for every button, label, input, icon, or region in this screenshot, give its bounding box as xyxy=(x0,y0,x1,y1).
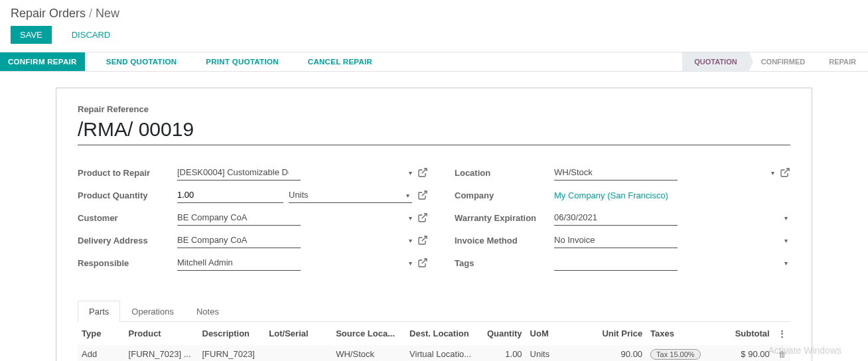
ref-label: Repair Reference xyxy=(78,104,790,114)
col-description[interactable]: Description xyxy=(198,322,265,345)
cell-taxes: Tax 15.00% xyxy=(646,345,713,361)
button-bar: CONFIRM REPAIR SEND QUOTATION PRINT QUOT… xyxy=(0,52,868,72)
cell-product: [FURN_7023] ... xyxy=(125,345,198,361)
svg-line-2 xyxy=(422,214,427,218)
svg-line-4 xyxy=(422,259,427,263)
svg-line-5 xyxy=(784,169,789,173)
cell-subtotal: $ 90.00 xyxy=(713,345,774,361)
cell-source: WH/Stock xyxy=(332,345,405,361)
form-sheet: Repair Reference Product to Repair Produ… xyxy=(56,88,812,361)
cell-lot xyxy=(265,345,332,361)
col-options-icon[interactable]: ⋮ xyxy=(774,322,790,345)
send-quotation-button[interactable]: SEND QUOTATION xyxy=(98,52,185,71)
external-link-icon[interactable] xyxy=(417,190,428,200)
tab-operations[interactable]: Operations xyxy=(120,301,185,322)
svg-line-0 xyxy=(422,169,427,173)
svg-line-3 xyxy=(422,236,427,241)
col-lot[interactable]: Lot/Serial xyxy=(265,322,332,345)
product-uom-input[interactable] xyxy=(289,187,412,203)
svg-line-1 xyxy=(422,191,427,196)
cancel-repair-button[interactable]: CANCEL REPAIR xyxy=(300,52,380,71)
label-tags: Tags xyxy=(455,258,554,268)
discard-button[interactable]: DISCARD xyxy=(62,26,120,44)
confirm-repair-button[interactable]: CONFIRM REPAIR xyxy=(0,52,85,71)
tab-notes[interactable]: Notes xyxy=(185,301,230,322)
col-taxes[interactable]: Taxes xyxy=(646,322,713,345)
external-link-icon[interactable] xyxy=(780,167,790,178)
label-customer: Customer xyxy=(78,213,177,223)
status-quotation[interactable]: QUOTATION xyxy=(682,52,749,71)
cell-uom: Units xyxy=(526,345,587,361)
breadcrumb-current: New xyxy=(96,7,119,20)
cell-type: Add xyxy=(78,345,125,361)
product-quantity-input[interactable] xyxy=(177,187,283,203)
cell-unit-price: 90.00 xyxy=(586,345,646,361)
print-quotation-button[interactable]: PRINT QUOTATION xyxy=(198,52,286,71)
status-repair[interactable]: REPAIR xyxy=(817,52,868,71)
label-location: Location xyxy=(455,168,554,178)
table-row[interactable]: Add [FURN_7023] ... [FURN_7023] Wood Pan… xyxy=(78,345,790,361)
tab-parts[interactable]: Parts xyxy=(78,301,120,322)
warranty-expiration-input[interactable] xyxy=(554,210,678,226)
delivery-address-input[interactable] xyxy=(177,232,301,248)
tabs: Parts Operations Notes xyxy=(78,301,790,322)
external-link-icon[interactable] xyxy=(417,235,428,246)
col-unit-price[interactable]: Unit Price xyxy=(586,322,646,345)
label-product: Product to Repair xyxy=(78,168,177,178)
cell-quantity: 1.00 xyxy=(479,345,526,361)
col-uom[interactable]: UoM xyxy=(526,322,587,345)
external-link-icon[interactable] xyxy=(417,257,428,268)
tags-input[interactable] xyxy=(554,255,678,271)
label-company: Company xyxy=(455,190,554,200)
label-responsible: Responsible xyxy=(78,258,177,268)
invoice-method-input[interactable] xyxy=(554,232,678,248)
label-invoice-method: Invoice Method xyxy=(455,236,554,246)
company-value[interactable]: My Company (San Francisco) xyxy=(554,190,668,200)
tax-badge: Tax 15.00% xyxy=(650,349,700,360)
breadcrumb-root[interactable]: Repair Orders xyxy=(11,7,86,20)
customer-input[interactable] xyxy=(177,210,301,226)
col-dest[interactable]: Dest. Location xyxy=(405,322,479,345)
breadcrumb: Repair Orders / New xyxy=(0,0,868,21)
trash-icon[interactable]: 🗑 xyxy=(778,350,786,359)
external-link-icon[interactable] xyxy=(417,212,428,223)
col-type[interactable]: Type xyxy=(78,322,125,345)
col-product[interactable]: Product xyxy=(125,322,198,345)
col-subtotal[interactable]: Subtotal xyxy=(713,322,774,345)
label-qty: Product Quantity xyxy=(78,190,177,200)
parts-table: Type Product Description Lot/Serial Sour… xyxy=(78,322,790,361)
col-quantity[interactable]: Quantity xyxy=(479,322,526,345)
cell-dest: Virtual Locatio... xyxy=(405,345,479,361)
status-bar: QUOTATION CONFIRMED REPAIR xyxy=(682,52,868,71)
col-source[interactable]: Source Loca... xyxy=(332,322,405,345)
status-confirmed[interactable]: CONFIRMED xyxy=(749,52,818,71)
top-actions: SAVE DISCARD xyxy=(0,21,868,52)
location-input[interactable] xyxy=(554,165,678,180)
breadcrumb-sep: / xyxy=(89,7,92,20)
label-warranty: Warranty Expiration xyxy=(455,213,554,223)
cell-description: [FURN_7023] Wood Panel xyxy=(198,345,265,361)
responsible-input[interactable] xyxy=(177,255,301,271)
save-button[interactable]: SAVE xyxy=(11,26,52,44)
repair-reference-input[interactable] xyxy=(78,117,790,145)
product-to-repair-input[interactable] xyxy=(177,165,301,180)
external-link-icon[interactable] xyxy=(417,167,428,178)
label-delivery: Delivery Address xyxy=(78,236,177,246)
